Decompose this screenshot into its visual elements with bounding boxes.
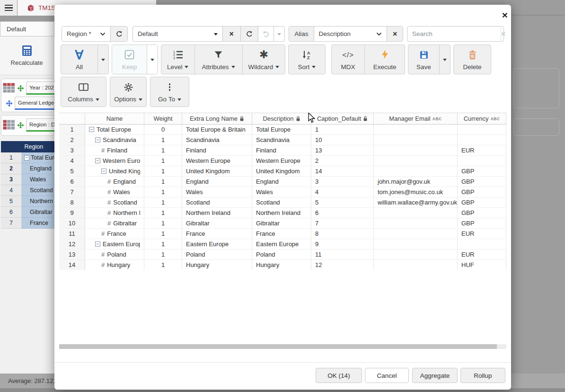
refresh-subset-button[interactable]: [240, 27, 258, 41]
table-row[interactable]: 1−Total Europe0Total Europe & BritainTot…: [59, 125, 506, 135]
collapse-icon[interactable]: −: [95, 137, 100, 143]
keep-menu-button[interactable]: [147, 45, 158, 74]
row-number: 5: [59, 166, 85, 177]
table-row[interactable]: 2England: [1, 163, 54, 174]
caret-down-icon: [231, 66, 235, 70]
column-header-weight[interactable]: Weight: [144, 113, 182, 124]
element-name-cell: #Hungary: [85, 260, 144, 270]
column-header-name[interactable]: Name: [85, 113, 144, 124]
save-menu-button[interactable]: [439, 45, 450, 74]
goto-button[interactable]: Go To: [150, 77, 189, 107]
table-row[interactable]: 4−Western Europe1Western EuropeWestern E…: [59, 156, 506, 166]
extra-long-name-cell: Total Europe & Britain: [182, 125, 252, 135]
attributes-button[interactable]: Attributes: [194, 45, 242, 74]
recalculate-button[interactable]: Recalculate: [0, 36, 53, 75]
column-header-rownum[interactable]: [59, 113, 85, 124]
dim-chip-ledger[interactable]: General Ledge: [15, 97, 54, 110]
level-button[interactable]: 123 Level: [161, 45, 194, 74]
column-header-extra-long-name[interactable]: Extra Long Name: [182, 113, 252, 124]
alias-select[interactable]: Description: [314, 27, 387, 41]
save-button[interactable]: Save: [408, 45, 439, 74]
all-menu-button[interactable]: [97, 45, 108, 74]
ok-button[interactable]: OK (14): [316, 368, 362, 383]
dim-row-ledger: General Ledge: [6, 97, 54, 110]
dim-chip-region[interactable]: Region : D: [26, 118, 55, 132]
columns-button-group: Columns: [61, 77, 106, 107]
table-row[interactable]: 10#Gibraltar1GibraltarGibraltar7GBP: [59, 218, 506, 229]
close-button[interactable]: ×: [498, 9, 512, 22]
table-row[interactable]: 4Scotland: [1, 185, 54, 196]
chevron-down-icon: [100, 32, 106, 36]
dimension-select[interactable]: Region *: [62, 27, 110, 41]
table-row[interactable]: 7France: [1, 218, 54, 229]
subset-select[interactable]: Default: [133, 27, 222, 41]
column-header-description[interactable]: Description: [252, 113, 311, 124]
table-row[interactable]: 6Gibraltar: [1, 207, 54, 218]
keep-button[interactable]: Keep: [112, 45, 147, 74]
horizontal-scrollbar[interactable]: [59, 344, 506, 349]
caption-default-cell: 8: [311, 229, 374, 239]
sort-button[interactable]: AZ Sort: [289, 45, 325, 74]
execute-button[interactable]: Execute: [364, 45, 405, 74]
view-selector[interactable]: Default: [0, 21, 54, 36]
table-row[interactable]: 7#Wales1WalesWales4tom.jones@music.co.uk…: [59, 187, 506, 197]
table-row[interactable]: 13#Poland1PolandPoland11EUR: [59, 249, 506, 260]
execute-label: Execute: [373, 63, 397, 71]
table-row[interactable]: 3Wales: [1, 174, 54, 185]
table-row[interactable]: 6#England1EnglandEngland3john.major@gov.…: [59, 177, 506, 187]
collapse-icon[interactable]: −: [24, 155, 29, 160]
clear-subset-button[interactable]: ×: [222, 27, 240, 41]
menu-button[interactable]: [0, 0, 18, 16]
rollup-button[interactable]: Rollup: [460, 368, 505, 383]
options-button[interactable]: Options: [110, 77, 146, 107]
collapse-icon[interactable]: −: [89, 127, 94, 132]
move-icon[interactable]: [6, 100, 13, 107]
table-row[interactable]: 3#Finland1FinlandFinland13EUR: [59, 145, 506, 156]
caption-default-cell: 9: [311, 239, 374, 249]
refresh-dimension-button[interactable]: [110, 27, 127, 41]
column-header-caption-default[interactable]: Caption_Default: [311, 113, 374, 124]
table-row[interactable]: 8#Scotland1ScotlandScotland5william.wall…: [59, 197, 506, 208]
search-input[interactable]: [407, 27, 501, 41]
move-icon[interactable]: [17, 122, 24, 129]
aggregate-button[interactable]: Aggregate: [412, 368, 458, 383]
delete-button[interactable]: Delete: [454, 45, 491, 74]
cancel-button[interactable]: Cancel: [365, 368, 409, 383]
dim-row-year: Year : 202: [3, 81, 55, 95]
dim-row-region: Region : D: [3, 118, 55, 132]
scrollbar-thumb[interactable]: [59, 344, 497, 349]
row-number: 3: [1, 174, 22, 185]
collapse-icon[interactable]: −: [95, 158, 100, 163]
clear-search-button[interactable]: ×: [501, 27, 505, 41]
column-header-manager-email[interactable]: Manager EmailABC: [374, 113, 458, 124]
table-row[interactable]: 9#Northern Ireland1Northern IrelandNorth…: [59, 208, 506, 218]
wildcard-button[interactable]: ✱ Wildcard: [242, 45, 285, 74]
collapse-icon[interactable]: −: [95, 241, 100, 247]
caret-down-icon: [214, 33, 218, 37]
column-header-currency[interactable]: CurrencyABC: [458, 113, 506, 124]
corner-cell: [1, 141, 13, 152]
table-row[interactable]: 5−United Kingdom1United KingdomUnited Ki…: [59, 166, 506, 177]
collapse-icon[interactable]: −: [101, 169, 106, 174]
column-header-label: Name: [106, 115, 123, 122]
table-row[interactable]: 14#Hungary1HungaryHungary12HUF: [59, 260, 506, 270]
currency-cell: [458, 156, 506, 166]
lightning-icon: [381, 50, 388, 60]
mdx-button[interactable]: </> MDX: [332, 45, 364, 74]
table-row[interactable]: 11#France1FranceFrance8EUR: [59, 229, 506, 239]
dim-chip-year[interactable]: Year : 202: [26, 81, 55, 95]
clear-alias-button[interactable]: ×: [387, 27, 403, 41]
table-row[interactable]: 12−Eastern Europe1Eastern EuropeEastern …: [59, 239, 506, 249]
level-list-icon: 123: [173, 50, 183, 59]
table-row[interactable]: 2−Scandinavia1ScandinaviaScandinavia10: [59, 135, 506, 145]
all-button[interactable]: ∀ All: [61, 45, 97, 74]
extra-long-name-cell: Scotland: [182, 197, 252, 208]
move-icon[interactable]: [17, 85, 24, 92]
undo-menu-button[interactable]: [274, 27, 284, 41]
table-row[interactable]: 1−Total Europe: [1, 152, 54, 163]
undo-button[interactable]: [258, 27, 274, 41]
columns-button[interactable]: Columns: [61, 77, 106, 107]
table-row[interactable]: 5Northern Ireland: [1, 196, 54, 207]
manager-email-cell: john.major@gov.uk: [374, 177, 458, 187]
element-name-cell: −Western Europe: [85, 156, 144, 166]
